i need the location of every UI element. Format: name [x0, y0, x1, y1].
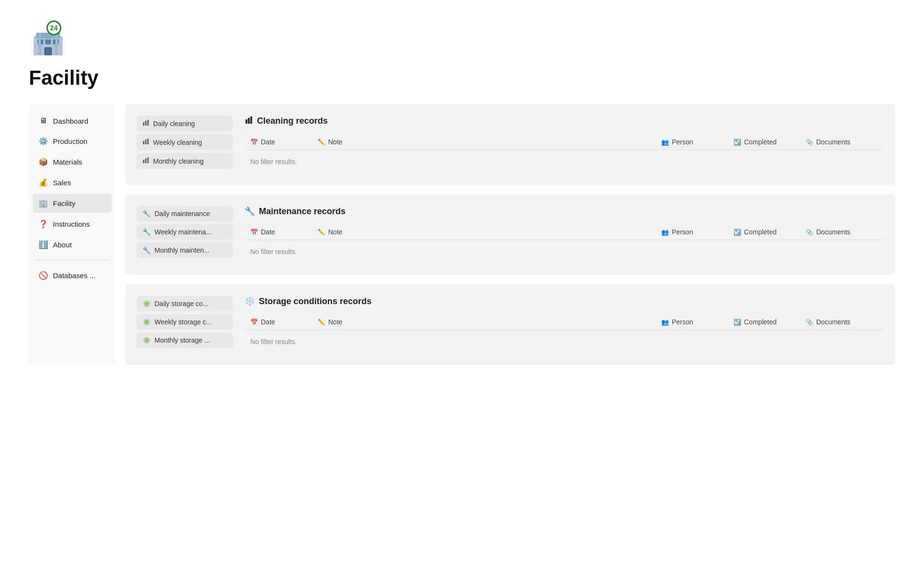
- storage-col-person: 👥 Person: [661, 318, 724, 326]
- svg-rect-12: [147, 120, 149, 126]
- sidebar-item-production[interactable]: ⚙️ Production: [33, 132, 112, 151]
- weekly-maintenance-label: Weekly maintena...: [154, 228, 212, 236]
- calendar-icon-maintenance: 📅: [250, 229, 258, 236]
- sidebar-divider: [35, 260, 110, 260]
- maintenance-col-completed: ☑️ Completed: [733, 228, 796, 236]
- storage-records-icon: ❄️: [244, 296, 255, 307]
- sidebar-item-databases[interactable]: 🚫 Databases ...: [33, 266, 112, 285]
- cleaning-col-person: 👥 Person: [661, 138, 724, 146]
- svg-rect-17: [145, 158, 147, 163]
- storage-records: ❄️ Storage conditions records 📅 Date ✏️ …: [244, 296, 884, 353]
- svg-rect-19: [245, 119, 247, 124]
- storage-list: ✳️ Daily storage co... ✳️ Weekly storage…: [137, 296, 233, 353]
- svg-rect-3: [45, 39, 51, 44]
- daily-storage-item[interactable]: ✳️ Daily storage co...: [137, 296, 233, 311]
- storage-records-table: 📅 Date ✏️ Note 👥 Person: [244, 314, 884, 353]
- materials-icon: 📦: [38, 157, 48, 167]
- monthly-cleaning-label: Monthly cleaning: [153, 157, 204, 165]
- cleaning-section: Daily cleaning Weekly cleaning: [125, 104, 895, 185]
- svg-rect-10: [143, 122, 144, 126]
- completed-icon-maintenance: ☑️: [733, 229, 741, 236]
- completed-icon-cleaning: ☑️: [733, 139, 741, 146]
- maintenance-col-note: ✏️ Note: [318, 228, 652, 236]
- weekly-storage-item[interactable]: ✳️ Weekly storage c...: [137, 314, 233, 330]
- monthly-storage-item[interactable]: ✳️ Monthly storage ...: [137, 333, 233, 348]
- note-icon-maintenance: ✏️: [318, 229, 325, 236]
- sidebar-label-production: Production: [53, 137, 88, 145]
- sidebar-item-sales[interactable]: 💰 Sales: [33, 173, 112, 192]
- maintenance-records-icon: 🔧: [244, 206, 255, 217]
- content-area: 🖥 Dashboard ⚙️ Production 📦 Materials 💰 …: [29, 104, 895, 365]
- dashboard-icon: 🖥: [38, 116, 48, 125]
- daily-maintenance-label: Daily maintenance: [154, 210, 210, 218]
- sidebar-item-instructions[interactable]: ❓ Instructions: [33, 215, 112, 233]
- svg-rect-11: [145, 121, 147, 126]
- asterisk-icon-1: ✳️: [142, 300, 151, 308]
- maintenance-records-table: 📅 Date ✏️ Note 👥 Person: [244, 224, 884, 263]
- cleaning-records-icon: [244, 115, 253, 127]
- maintenance-no-results: No filter results.: [244, 240, 884, 263]
- about-icon: ℹ️: [38, 240, 48, 249]
- cleaning-chart-icon-3: [142, 157, 149, 165]
- daily-cleaning-label: Daily cleaning: [153, 120, 195, 128]
- svg-rect-16: [143, 160, 144, 163]
- maintenance-table-header: 📅 Date ✏️ Note 👥 Person: [244, 224, 884, 240]
- documents-icon-maintenance: 📎: [806, 229, 813, 236]
- svg-rect-13: [143, 141, 144, 144]
- svg-rect-6: [38, 33, 41, 55]
- cleaning-chart-icon-2: [142, 138, 149, 146]
- person-icon-storage: 👥: [661, 319, 669, 326]
- sales-icon: 💰: [38, 178, 48, 187]
- monthly-maintenance-item[interactable]: 🔧 Monthly mainten...: [137, 243, 233, 258]
- storage-section: ✳️ Daily storage co... ✳️ Weekly storage…: [125, 284, 895, 365]
- svg-rect-21: [250, 116, 252, 124]
- asterisk-icon-3: ✳️: [142, 336, 151, 344]
- cleaning-records-title: Cleaning records: [244, 115, 884, 127]
- facility-logo: 24: [29, 19, 67, 58]
- svg-rect-14: [145, 140, 147, 144]
- header: 24 Facility: [29, 19, 895, 90]
- cleaning-col-completed: ☑️ Completed: [733, 138, 796, 146]
- sidebar-label-about: About: [53, 241, 72, 249]
- sidebar-label-sales: Sales: [53, 179, 71, 187]
- sidebar-item-facility[interactable]: 🏢 Facility: [33, 194, 112, 213]
- calendar-icon-storage: 📅: [250, 319, 258, 326]
- cleaning-no-results: No filter results.: [244, 150, 884, 173]
- main-content: Daily cleaning Weekly cleaning: [125, 104, 895, 365]
- weekly-cleaning-item[interactable]: Weekly cleaning: [137, 134, 233, 150]
- maintenance-col-date: 📅 Date: [250, 228, 308, 236]
- sidebar-item-dashboard[interactable]: 🖥 Dashboard: [33, 112, 112, 130]
- databases-icon: 🚫: [38, 271, 48, 280]
- daily-cleaning-item[interactable]: Daily cleaning: [137, 115, 233, 131]
- maintenance-section: 🔧 Daily maintenance 🔧 Weekly maintena...…: [125, 194, 895, 275]
- sidebar-label-instructions: Instructions: [53, 220, 90, 228]
- page-container: 24 Facility 🖥 Dashboard ⚙️ Production 📦 …: [0, 0, 924, 384]
- daily-maintenance-item[interactable]: 🔧 Daily maintenance: [137, 206, 233, 221]
- cleaning-col-date: 📅 Date: [250, 138, 308, 146]
- storage-col-date: 📅 Date: [250, 318, 308, 326]
- completed-icon-storage: ☑️: [733, 319, 741, 326]
- storage-col-documents: 📎 Documents: [806, 318, 878, 326]
- sidebar-label-databases: Databases ...: [53, 271, 95, 280]
- svg-rect-5: [44, 47, 52, 55]
- note-icon-storage: ✏️: [318, 319, 325, 326]
- wrench-icon-2: 🔧: [142, 228, 151, 236]
- documents-icon-cleaning: 📎: [806, 139, 813, 146]
- maintenance-records-title: 🔧 Maintenance records: [244, 206, 884, 217]
- cleaning-records: Cleaning records 📅 Date ✏️ Note: [244, 115, 884, 173]
- daily-storage-label: Daily storage co...: [154, 300, 208, 308]
- person-icon-maintenance: 👥: [661, 229, 669, 236]
- wrench-icon-3: 🔧: [142, 246, 151, 254]
- monthly-storage-label: Monthly storage ...: [154, 336, 210, 344]
- sidebar: 🖥 Dashboard ⚙️ Production 📦 Materials 💰 …: [29, 104, 116, 365]
- weekly-maintenance-item[interactable]: 🔧 Weekly maintena...: [137, 224, 233, 240]
- facility-icon: 🏢: [38, 199, 48, 208]
- instructions-icon: ❓: [38, 219, 48, 229]
- sidebar-item-materials[interactable]: 📦 Materials: [33, 153, 112, 171]
- asterisk-icon-2: ✳️: [142, 318, 151, 326]
- svg-text:24: 24: [50, 24, 58, 32]
- maintenance-col-person: 👥 Person: [661, 228, 724, 236]
- documents-icon-storage: 📎: [806, 319, 813, 326]
- sidebar-item-about[interactable]: ℹ️ About: [33, 235, 112, 254]
- monthly-cleaning-item[interactable]: Monthly cleaning: [137, 153, 233, 169]
